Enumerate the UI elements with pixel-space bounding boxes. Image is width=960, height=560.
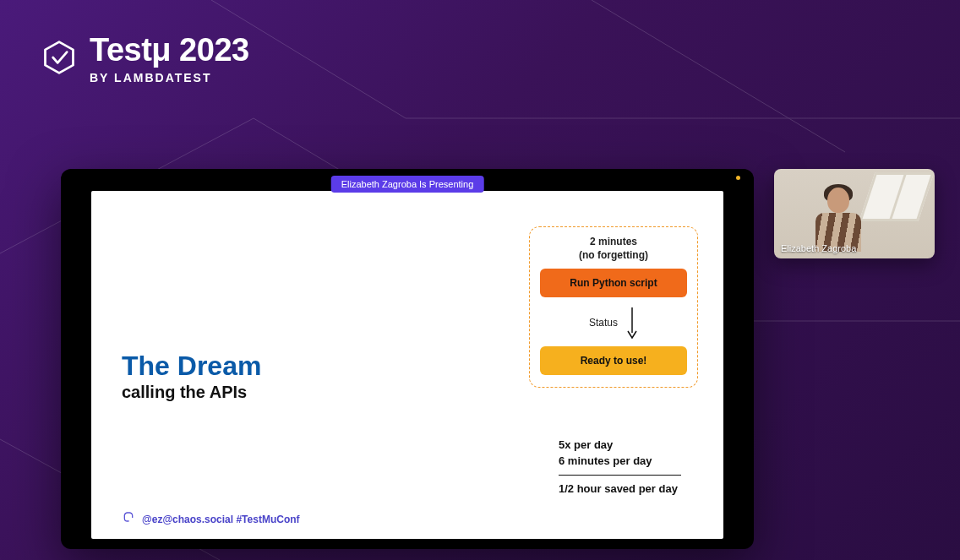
diagram-timing-line1: 2 minutes [590,236,637,247]
slide-title: The Dream [122,351,261,381]
stats-result: 1/2 hour saved per day [559,481,681,497]
presenting-badge: Elizabeth Zagroba Is Presenting [331,176,484,193]
event-byline: BY LAMBDATEST [90,71,249,84]
window-indicator-dot [736,176,740,180]
room-background [859,172,935,221]
diagram-step-ready: Ready to use! [540,346,687,375]
event-header: Testμ 2023 BY LAMBDATEST [41,34,249,84]
stats-block: 5x per day 6 minutes per day 1/2 hour sa… [559,437,681,497]
slide-footer: @ez@chaos.social #TestMuConf [122,511,300,527]
diagram-arrow-label: Status [589,317,618,329]
event-title: Testμ 2023 [90,34,249,66]
slide: The Dream calling the APIs 2 minutes (no… [91,191,723,539]
diagram-step-run-script: Run Python script [540,269,687,297]
arrow-down-icon [626,306,638,340]
stats-line1: 5x per day [559,437,681,454]
mastodon-icon [122,511,135,527]
slide-subtitle: calling the APIs [122,383,261,402]
presentation-window[interactable]: Elizabeth Zagroba Is Presenting The Drea… [61,169,754,549]
lambdatest-logo-icon [41,39,78,79]
stats-divider [559,475,681,476]
diagram-timing-line2: (no forgetting) [579,249,648,261]
stats-line2: 6 minutes per day [559,453,681,470]
process-diagram: 2 minutes (no forgetting) Run Python scr… [529,226,698,388]
speaker-video[interactable]: Elizabeth Zagroba [774,169,935,258]
speaker-name-label: Elizabeth Zagroba [781,243,856,253]
slide-footer-handle: @ez@chaos.social #TestMuConf [142,514,300,525]
